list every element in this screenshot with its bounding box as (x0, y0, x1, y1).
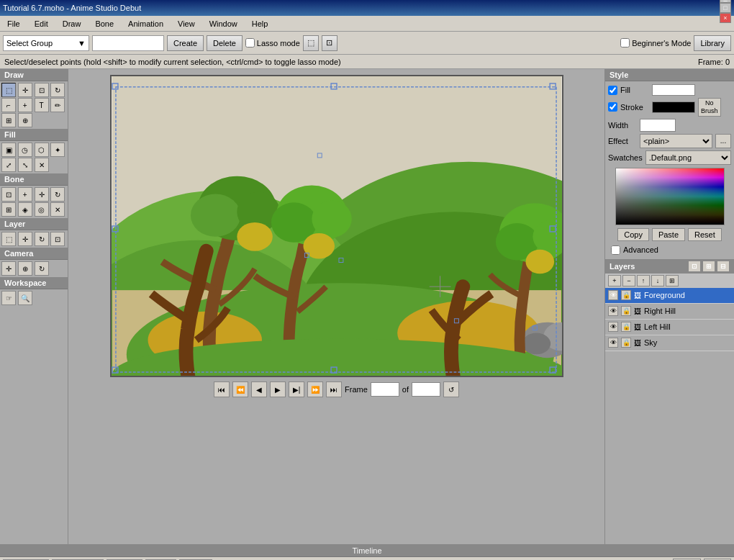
layer-left-hill[interactable]: 👁 🔒 🖼 Left Hill (605, 320, 734, 335)
camera-zoom-btn[interactable]: ⊕ (18, 261, 32, 276)
workspace-pan-btn[interactable]: ☞ (1, 291, 16, 305)
prev-frame-button[interactable]: ⏪ (232, 381, 248, 397)
layer-sky-visibility[interactable]: 👁 (608, 338, 618, 348)
stroke-checkbox[interactable] (608, 102, 617, 112)
lasso-mode-label[interactable]: Lasso mode (245, 38, 300, 48)
move-tool-btn[interactable]: ✛ (18, 83, 32, 97)
copy-color-button[interactable]: Copy (617, 228, 649, 241)
step-fwd-button[interactable]: ▶| (289, 381, 304, 397)
layers-icon2[interactable]: ⊞ (702, 261, 715, 272)
nudge-btn[interactable]: ⤢ (1, 158, 16, 172)
layer-right-hill[interactable]: 👁 🔒 🖼 Right Hill (605, 304, 734, 320)
menu-bone[interactable]: Bone (91, 18, 118, 30)
lasso-option-btn[interactable]: ⊡ (322, 35, 337, 51)
select-tool-btn[interactable]: ⬚ (1, 83, 16, 97)
add-point-btn[interactable]: + (18, 98, 32, 112)
reset-color-button[interactable]: Reset (688, 228, 722, 241)
stroke-color-swatch[interactable] (652, 101, 695, 113)
transform-btn[interactable]: ⊞ (1, 113, 16, 127)
layer-right-hill-lock[interactable]: 🔒 (621, 306, 631, 316)
delete-shape-btn[interactable]: ✕ (35, 158, 49, 172)
close-button[interactable]: × (720, 13, 731, 23)
bone-add-btn[interactable]: + (18, 187, 32, 202)
menu-help[interactable]: Help (248, 18, 273, 30)
canvas-frame[interactable] (110, 75, 563, 377)
layer-add-btn[interactable]: + (608, 275, 621, 286)
library-button[interactable]: Library (694, 35, 731, 51)
bone-rotate-btn[interactable]: ↻ (50, 187, 65, 202)
group-input[interactable] (92, 35, 164, 51)
camera-pan-btn[interactable]: ✛ (1, 261, 16, 276)
rewind-button[interactable]: ⏮ (214, 381, 230, 397)
effect-select[interactable]: <plain> (640, 134, 712, 148)
effect-options-button[interactable]: ... (715, 134, 731, 148)
warp-btn[interactable]: ⤡ (18, 158, 32, 172)
layer-group-btn[interactable]: ⊞ (666, 275, 679, 286)
step-back-button[interactable]: ◀ (251, 381, 267, 397)
workspace-zoom-btn[interactable]: 🔍 (18, 291, 32, 305)
play-button[interactable]: ▶ (270, 381, 286, 397)
freehand-btn[interactable]: ✏ (50, 98, 65, 112)
bone-strength-btn[interactable]: ◎ (35, 202, 49, 217)
bone-delete-btn[interactable]: ✕ (50, 202, 65, 217)
layer-move-btn[interactable]: ✛ (18, 232, 32, 246)
swatches-select[interactable]: .Default.png (645, 150, 731, 165)
menu-draw[interactable]: Draw (58, 18, 86, 30)
maximize-button[interactable]: □ (720, 3, 731, 13)
layer-up-btn[interactable]: ↑ (637, 275, 650, 286)
lasso-icon-btn[interactable]: ⬚ (303, 35, 319, 51)
scale-tool-btn[interactable]: ⊡ (35, 83, 49, 97)
rotate-tool-btn[interactable]: ↻ (50, 83, 65, 97)
bone-select-btn[interactable]: ⊡ (1, 187, 16, 202)
eyedropper-btn[interactable]: ✦ (50, 143, 65, 157)
layer-foreground-lock[interactable]: 🔒 (621, 290, 631, 300)
end-button[interactable]: ⏭ (326, 381, 342, 397)
fast-fwd-button[interactable]: ⏩ (307, 381, 323, 397)
menu-view[interactable]: View (173, 18, 199, 30)
beginners-mode-checkbox[interactable] (620, 38, 630, 48)
layer-foreground[interactable]: 👁 🔒 🖼 Foreground (605, 288, 734, 304)
layer-foreground-visibility[interactable]: 👁 (608, 290, 618, 300)
fill-bucket-btn[interactable]: ▣ (1, 143, 16, 157)
layer-delete-btn[interactable]: − (622, 275, 635, 286)
color-picker[interactable] (615, 168, 725, 225)
menu-file[interactable]: File (3, 18, 24, 30)
layers-icon3[interactable]: ⊟ (717, 261, 730, 272)
bone-scale-btn[interactable]: ⊞ (1, 202, 16, 217)
width-input[interactable]: 1.98 (640, 119, 676, 132)
group-select-dropdown[interactable]: Select Group ▼ (3, 35, 89, 51)
create-button[interactable]: Create (167, 35, 204, 51)
camera-rotate-btn[interactable]: ↻ (35, 261, 49, 276)
lasso-mode-checkbox[interactable] (245, 38, 255, 48)
menu-animation[interactable]: Animation (124, 18, 168, 30)
beginners-mode-label[interactable]: Beginner's Mode (620, 38, 691, 48)
text-tool-btn[interactable]: T (35, 98, 49, 112)
layer-sky[interactable]: 👁 🔒 🖼 Sky (605, 335, 734, 351)
no-brush-button[interactable]: NoBrush (698, 98, 721, 117)
layer-select-btn[interactable]: ⬚ (1, 232, 16, 246)
fill-checkbox[interactable] (608, 86, 617, 95)
advanced-checkbox[interactable] (611, 245, 620, 255)
menu-window[interactable]: Window (205, 18, 242, 30)
layer-left-hill-lock[interactable]: 🔒 (621, 322, 631, 332)
menu-edit[interactable]: Edit (30, 18, 53, 30)
fill-color-swatch[interactable] (652, 84, 695, 96)
bone-bind-btn[interactable]: ◈ (18, 202, 32, 217)
pen-tool-btn[interactable]: ⌐ (1, 98, 16, 112)
layer-rotate-btn[interactable]: ↻ (35, 232, 49, 246)
layer-down-btn[interactable]: ↓ (651, 275, 664, 286)
total-frames-input[interactable]: 72 (412, 382, 440, 397)
paint-btn[interactable]: ⬡ (35, 143, 49, 157)
layer-scale-btn[interactable]: ⊡ (50, 232, 65, 246)
layer-right-hill-visibility[interactable]: 👁 (608, 306, 618, 316)
loop-button[interactable]: ↺ (443, 381, 459, 397)
layer-sky-lock[interactable]: 🔒 (621, 338, 631, 348)
delete-button[interactable]: Delete (207, 35, 243, 51)
stroke-btn[interactable]: ◷ (18, 143, 32, 157)
magnet-btn[interactable]: ⊕ (18, 113, 32, 127)
layer-left-hill-visibility[interactable]: 👁 (608, 322, 618, 332)
bone-move-btn[interactable]: ✛ (35, 187, 49, 202)
frame-input[interactable]: 0 (371, 382, 399, 397)
paste-color-button[interactable]: Paste (652, 228, 685, 241)
layers-icon1[interactable]: ⊡ (688, 261, 701, 272)
